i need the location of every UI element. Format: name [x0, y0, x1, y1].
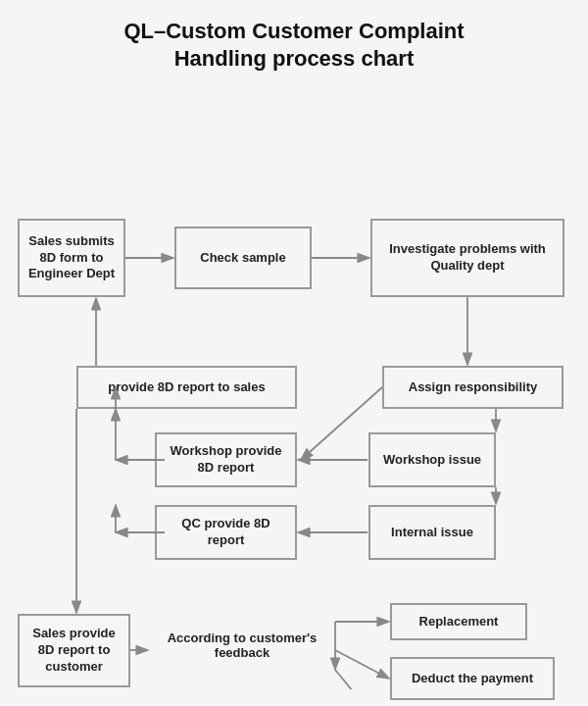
box-sales-provide: Sales provide 8D report to customer	[18, 614, 130, 687]
box-internal-issue: Internal issue	[368, 505, 496, 560]
box-replacement: Replacement	[390, 603, 527, 640]
box-deduct: Deduct the payment	[390, 657, 555, 700]
box-provide-8d: provide 8D report to sales	[76, 366, 297, 409]
box-workshop-provide: Workshop provide 8D report	[155, 432, 297, 487]
box-check-sample: Check sample	[174, 227, 312, 289]
text-according: According to customer's feedback	[149, 630, 335, 660]
box-assign: Assign responsibility	[382, 366, 564, 409]
svg-line-20	[335, 670, 389, 689]
page-title: QL–Custom Customer Complaint Handling pr…	[0, 0, 588, 81]
flowchart: Sales submits 8D form to Engineer Dept C…	[0, 81, 588, 689]
box-workshop-issue: Workshop issue	[368, 432, 496, 487]
svg-line-19	[335, 650, 389, 679]
box-investigate: Investigate problems with Quality dept	[370, 219, 564, 297]
box-qc-provide: QC provide 8D report	[155, 505, 297, 560]
box-sales-submits: Sales submits 8D form to Engineer Dept	[18, 219, 125, 297]
